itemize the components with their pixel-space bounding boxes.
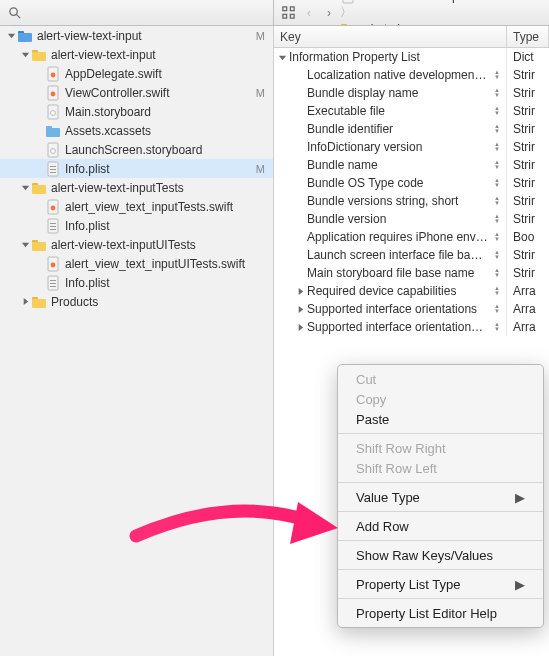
- key-stepper-icon[interactable]: ▲▼: [488, 70, 506, 80]
- history-back-button[interactable]: ‹: [300, 4, 318, 22]
- plist-key-label: Localization native development re…: [307, 68, 488, 82]
- plist-file-icon: [45, 218, 61, 234]
- disclosure-triangle-icon[interactable]: [20, 183, 30, 193]
- menu-item: Cut: [338, 369, 543, 389]
- project-navigator[interactable]: alert-view-text-inputMalert-view-text-in…: [0, 26, 274, 656]
- menu-item[interactable]: Add Row: [338, 516, 543, 536]
- plist-type-label: Strir: [507, 140, 549, 154]
- plist-row[interactable]: Supported interface orientations (i…▲▼Ar…: [274, 318, 549, 336]
- key-stepper-icon[interactable]: ▲▼: [488, 106, 506, 116]
- menu-separator: [338, 540, 543, 541]
- tree-row[interactable]: alert-view-text-inputM: [0, 26, 273, 45]
- key-stepper-icon[interactable]: ▲▼: [488, 250, 506, 260]
- key-stepper-icon[interactable]: ▲▼: [488, 322, 506, 332]
- plist-row[interactable]: Bundle OS Type code▲▼Strir: [274, 174, 549, 192]
- menu-item[interactable]: Property List Type▶: [338, 574, 543, 594]
- plist-key-label: Bundle name: [307, 158, 488, 172]
- plist-row[interactable]: Bundle identifier▲▼Strir: [274, 120, 549, 138]
- disclosure-triangle-icon[interactable]: [296, 323, 306, 332]
- tree-row[interactable]: Info.plistM: [0, 159, 273, 178]
- folder-icon: [31, 294, 47, 310]
- breadcrumb-item[interactable]: alert-view-text-input: [340, 0, 469, 4]
- crumb-label: alert-view-text-input: [364, 0, 469, 3]
- tree-item-label: Info.plist: [65, 219, 267, 233]
- swift-file-icon: [45, 256, 61, 272]
- key-stepper-icon[interactable]: ▲▼: [488, 268, 506, 278]
- svg-point-22: [51, 72, 56, 77]
- key-stepper-icon[interactable]: ▲▼: [488, 214, 506, 224]
- plist-row[interactable]: Launch screen interface file base…▲▼Stri…: [274, 246, 549, 264]
- tree-row[interactable]: Assets.xcassets: [0, 121, 273, 140]
- tree-row[interactable]: alert_view_text_inputUITests.swift: [0, 254, 273, 273]
- tree-row[interactable]: alert-view-text-input: [0, 45, 273, 64]
- menu-item[interactable]: Show Raw Keys/Values: [338, 545, 543, 565]
- plist-file-icon: [340, 0, 356, 4]
- plist-type-label: Boo: [507, 230, 549, 244]
- tree-row[interactable]: ViewController.swiftM: [0, 83, 273, 102]
- menu-item[interactable]: Property List Editor Help: [338, 603, 543, 623]
- breadcrumb-item[interactable]: alert-vi: [340, 21, 469, 25]
- tree-row[interactable]: AppDelegate.swift: [0, 64, 273, 83]
- svg-rect-42: [50, 229, 56, 230]
- plist-key-label: Launch screen interface file base…: [307, 248, 488, 262]
- plist-row[interactable]: Bundle name▲▼Strir: [274, 156, 549, 174]
- plist-row[interactable]: Bundle version▲▼Strir: [274, 210, 549, 228]
- menu-item[interactable]: Paste: [338, 409, 543, 429]
- plist-type-label: Arra: [507, 302, 549, 316]
- key-stepper-icon[interactable]: ▲▼: [488, 232, 506, 242]
- tree-row[interactable]: alert-view-text-inputTests: [0, 178, 273, 197]
- plist-type-label: Strir: [507, 158, 549, 172]
- tree-item-label: alert_view_text_inputUITests.swift: [65, 257, 267, 271]
- tree-row[interactable]: Products: [0, 292, 273, 311]
- key-stepper-icon[interactable]: ▲▼: [488, 286, 506, 296]
- column-type[interactable]: Type: [507, 26, 549, 47]
- column-key[interactable]: Key: [274, 26, 507, 47]
- disclosure-triangle-icon[interactable]: [20, 297, 30, 307]
- key-stepper-icon[interactable]: ▲▼: [488, 124, 506, 134]
- tree-row[interactable]: alert-view-text-inputUITests: [0, 235, 273, 254]
- disclosure-triangle-icon[interactable]: [20, 240, 30, 250]
- related-items-icon[interactable]: [278, 3, 298, 23]
- key-stepper-icon[interactable]: ▲▼: [488, 196, 506, 206]
- key-stepper-icon[interactable]: ▲▼: [488, 88, 506, 98]
- search-icon[interactable]: [4, 3, 24, 23]
- disclosure-triangle-icon[interactable]: [278, 53, 288, 62]
- svg-rect-49: [50, 283, 56, 284]
- tree-row[interactable]: LaunchScreen.storyboard: [0, 140, 273, 159]
- plist-row[interactable]: Application requires iPhone enviro…▲▼Boo: [274, 228, 549, 246]
- menu-item: Shift Row Right: [338, 438, 543, 458]
- key-stepper-icon[interactable]: ▲▼: [488, 304, 506, 314]
- plist-row[interactable]: InfoDictionary version▲▼Strir: [274, 138, 549, 156]
- plist-row[interactable]: Required device capabilities▲▼Arra: [274, 282, 549, 300]
- plist-row[interactable]: Localization native development re…▲▼Str…: [274, 66, 549, 84]
- tree-item-label: alert-view-text-inputUITests: [51, 238, 267, 252]
- plist-row[interactable]: Main storyboard file base name▲▼Strir: [274, 264, 549, 282]
- plist-file-icon: [45, 275, 61, 291]
- disclosure-triangle-icon[interactable]: [20, 50, 30, 60]
- tree-row[interactable]: alert_view_text_inputTests.swift: [0, 197, 273, 216]
- tree-row[interactable]: Info.plist: [0, 216, 273, 235]
- disclosure-triangle-icon[interactable]: [296, 305, 306, 314]
- disclosure-triangle-icon[interactable]: [6, 31, 16, 41]
- plist-row[interactable]: Supported interface orientations▲▼Arra: [274, 300, 549, 318]
- svg-rect-7: [282, 7, 286, 11]
- key-stepper-icon[interactable]: ▲▼: [488, 160, 506, 170]
- disclosure-triangle-icon[interactable]: [296, 287, 306, 296]
- tree-row[interactable]: Info.plist: [0, 273, 273, 292]
- key-stepper-icon[interactable]: ▲▼: [488, 142, 506, 152]
- svg-rect-41: [50, 226, 56, 227]
- tree-row[interactable]: Main.storyboard: [0, 102, 273, 121]
- plist-row[interactable]: Information Property ListDict: [274, 48, 549, 66]
- menu-item-label: Paste: [356, 412, 389, 427]
- menu-item-label: Value Type: [356, 490, 420, 505]
- plist-row[interactable]: Executable file▲▼Strir: [274, 102, 549, 120]
- folder-icon: [31, 180, 47, 196]
- menu-item[interactable]: Value Type▶: [338, 487, 543, 507]
- plist-row[interactable]: Bundle versions string, short▲▼Strir: [274, 192, 549, 210]
- svg-rect-36: [32, 185, 46, 194]
- plist-file-icon: [45, 161, 61, 177]
- key-stepper-icon[interactable]: ▲▼: [488, 178, 506, 188]
- svg-rect-34: [50, 172, 56, 173]
- history-forward-button[interactable]: ›: [320, 4, 338, 22]
- plist-row[interactable]: Bundle display name▲▼Strir: [274, 84, 549, 102]
